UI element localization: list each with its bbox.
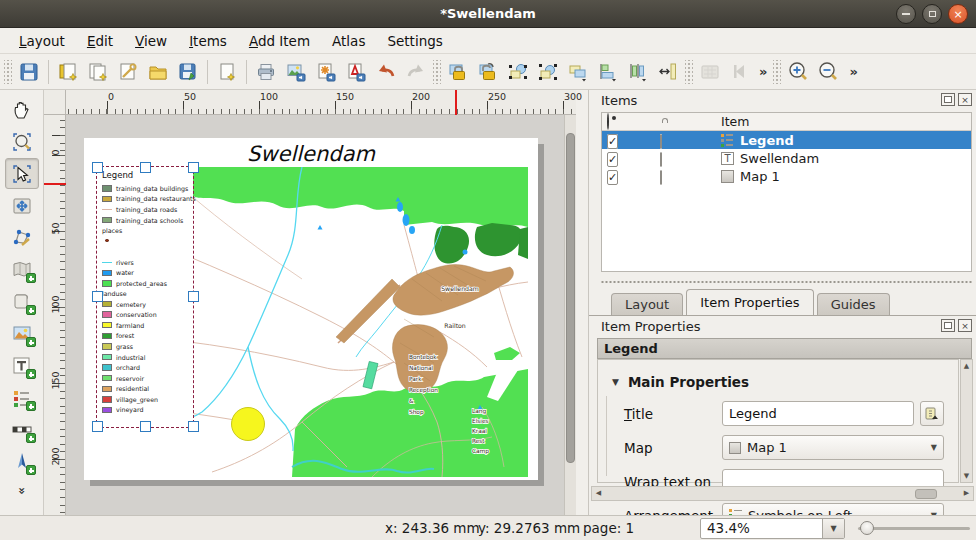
visibility-checkbox[interactable]: ✓ xyxy=(607,170,618,185)
toolbar-grip[interactable] xyxy=(685,60,693,84)
selection-handle-nw[interactable] xyxy=(92,162,103,173)
menu-settings[interactable]: Settings xyxy=(376,30,453,52)
tab-layout[interactable]: Layout xyxy=(611,293,683,315)
pan-tool-button[interactable] xyxy=(5,94,39,125)
main-properties-section[interactable]: ▼ Main Properties xyxy=(612,374,749,390)
zoom-slider-handle[interactable] xyxy=(860,521,874,535)
export-image-button[interactable] xyxy=(281,57,311,87)
export-svg-button[interactable] xyxy=(311,57,341,87)
open-button[interactable] xyxy=(143,57,173,87)
undo-button[interactable] xyxy=(371,57,401,87)
add-map-button[interactable] xyxy=(5,254,39,285)
chevron-down-icon[interactable]: ▼ xyxy=(822,519,844,538)
titlebar[interactable]: *Swellendam × xyxy=(0,0,976,28)
tab-item-properties[interactable]: Item Properties xyxy=(686,289,813,315)
add-scalebar-button[interactable] xyxy=(5,414,39,445)
menu-items[interactable]: Items xyxy=(178,30,238,52)
close-panel-icon[interactable]: × xyxy=(958,319,972,332)
zoom-tool-button[interactable] xyxy=(5,126,39,157)
atlas-first-feature-button[interactable] xyxy=(725,57,755,87)
visibility-checkbox[interactable]: ✓ xyxy=(607,152,618,167)
properties-vertical-scrollbar[interactable]: ▲ ▼ xyxy=(960,359,973,483)
data-defined-override-button[interactable] xyxy=(920,401,944,426)
scrollbar-handle[interactable] xyxy=(915,489,937,499)
minimize-button[interactable] xyxy=(896,4,916,24)
panel-splitter[interactable] xyxy=(601,278,972,286)
add-label-button[interactable] xyxy=(5,350,39,381)
item-row-legend[interactable]: ✓ Legend xyxy=(602,131,971,149)
lock-items-button[interactable] xyxy=(443,57,473,87)
visibility-checkbox[interactable]: ✓ xyxy=(607,134,618,149)
float-panel-icon[interactable] xyxy=(941,319,955,332)
distribute-items-button[interactable] xyxy=(623,57,653,87)
add-from-template-button[interactable] xyxy=(212,57,242,87)
toolbar-grip[interactable] xyxy=(773,60,781,84)
save-as-template-button[interactable] xyxy=(173,57,203,87)
resize-items-button[interactable] xyxy=(653,57,683,87)
menu-add-item[interactable]: Add Item xyxy=(238,30,321,52)
close-button[interactable]: × xyxy=(948,4,968,24)
map-combobox[interactable]: Map 1 ▼ xyxy=(722,435,944,460)
add-legend-button[interactable] xyxy=(5,382,39,413)
selection-handle-se[interactable] xyxy=(188,421,199,432)
title-input[interactable] xyxy=(722,401,914,426)
add-north-arrow-button[interactable] xyxy=(5,446,39,477)
canvas-vertical-scrollbar[interactable] xyxy=(564,115,576,515)
properties-horizontal-scrollbar[interactable]: ◀ ▶ xyxy=(591,486,974,501)
layout-manager-button[interactable] xyxy=(113,57,143,87)
toolbar-grip[interactable] xyxy=(433,60,441,84)
map-title-label-item[interactable]: Swellendam xyxy=(84,142,538,166)
tab-guides[interactable]: Guides xyxy=(817,293,890,315)
legend-item[interactable]: Legend training_data buildings training_… xyxy=(97,167,193,427)
selection-handle-e[interactable] xyxy=(188,291,199,302)
ungroup-items-button[interactable] xyxy=(533,57,563,87)
align-items-button[interactable] xyxy=(593,57,623,87)
zoom-in-button[interactable] xyxy=(783,57,813,87)
zoom-slider[interactable] xyxy=(858,527,970,530)
layout-canvas[interactable]: 0 50 100 150 200 250 300 0 50 100 150 20… xyxy=(44,90,576,515)
group-items-button[interactable] xyxy=(503,57,533,87)
lock-checkbox[interactable] xyxy=(660,134,662,149)
atlas-settings-button[interactable] xyxy=(695,57,725,87)
selection-handle-ne[interactable] xyxy=(188,162,199,173)
scroll-up-icon[interactable]: ▲ xyxy=(961,360,972,372)
item-row-swellendam[interactable]: ✓ T Swellendam xyxy=(602,149,971,167)
layout-page[interactable]: Swellendam xyxy=(84,138,538,480)
close-panel-icon[interactable]: × xyxy=(958,93,972,106)
add-shape-button[interactable] xyxy=(5,286,39,317)
redo-button[interactable] xyxy=(401,57,431,87)
toolbar-grip[interactable] xyxy=(4,60,12,84)
scroll-left-icon[interactable]: ◀ xyxy=(593,487,604,500)
scrollbar-handle[interactable] xyxy=(566,133,575,463)
float-panel-icon[interactable] xyxy=(941,93,955,106)
scroll-down-icon[interactable]: ▼ xyxy=(961,470,972,482)
select-move-item-tool-button[interactable] xyxy=(5,158,39,189)
selection-handle-n[interactable] xyxy=(140,162,151,173)
zoom-out-button[interactable] xyxy=(813,57,843,87)
unlock-all-button[interactable] xyxy=(473,57,503,87)
menu-layout[interactable]: Layout xyxy=(8,30,76,52)
toolbar-overflow-button[interactable]: » xyxy=(755,64,771,79)
edit-nodes-tool-button[interactable] xyxy=(5,222,39,253)
save-project-button[interactable] xyxy=(14,57,44,87)
lock-checkbox[interactable] xyxy=(660,152,662,167)
export-pdf-button[interactable] xyxy=(341,57,371,87)
print-button[interactable] xyxy=(251,57,281,87)
lock-checkbox[interactable] xyxy=(660,170,662,185)
toolbar-overflow-button[interactable]: » xyxy=(845,64,861,79)
tools-overflow-button[interactable]: » xyxy=(14,487,28,495)
menu-atlas[interactable]: Atlas xyxy=(321,30,376,52)
menu-edit[interactable]: Edit xyxy=(76,30,124,52)
new-layout-button[interactable] xyxy=(53,57,83,87)
raise-items-button[interactable] xyxy=(563,57,593,87)
paper-view[interactable]: Swellendam xyxy=(66,115,564,515)
item-row-map1[interactable]: ✓ Map 1 xyxy=(602,167,971,185)
selection-handle-w[interactable] xyxy=(92,291,103,302)
menu-view[interactable]: View xyxy=(124,30,178,52)
selection-handle-sw[interactable] xyxy=(92,421,103,432)
selection-handle-s[interactable] xyxy=(140,421,151,432)
duplicate-layout-button[interactable] xyxy=(83,57,113,87)
move-item-content-tool-button[interactable] xyxy=(5,190,39,221)
maximize-button[interactable] xyxy=(922,4,942,24)
zoom-level-combobox[interactable]: 43.4% ▼ xyxy=(700,518,845,539)
